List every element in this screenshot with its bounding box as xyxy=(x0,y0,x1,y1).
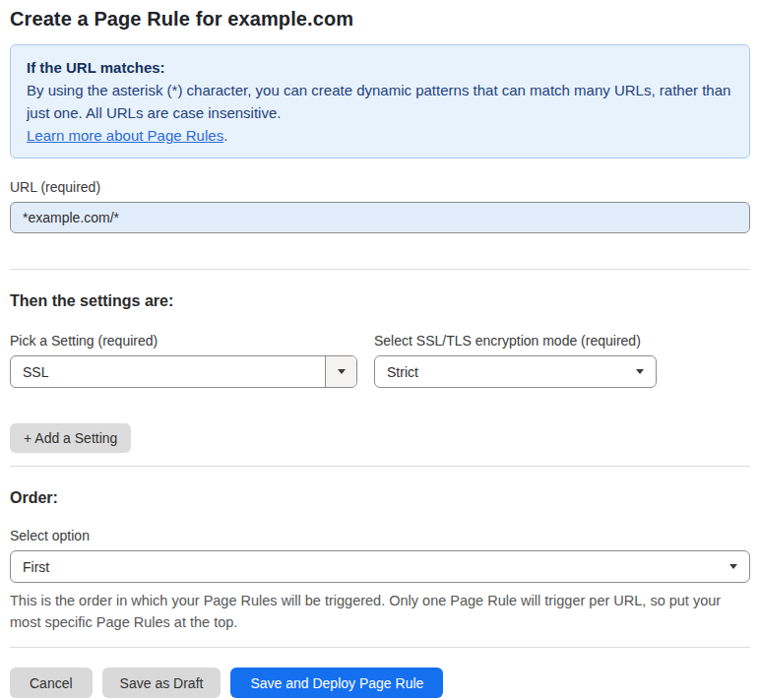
order-select-value: First xyxy=(23,559,49,575)
save-draft-button[interactable]: Save as Draft xyxy=(102,668,222,698)
order-select-row: First xyxy=(10,550,750,583)
order-section-heading: Order: xyxy=(10,489,750,507)
pick-setting-label: Pick a Setting (required) xyxy=(10,333,357,349)
info-box-link-line: Learn more about Page Rules. xyxy=(27,124,733,147)
learn-more-link[interactable]: Learn more about Page Rules xyxy=(27,127,223,144)
settings-section-heading: Then the settings are: xyxy=(10,292,750,310)
add-setting-button[interactable]: + Add a Setting xyxy=(10,423,131,453)
chevron-down-icon xyxy=(729,564,737,569)
pick-setting-select[interactable]: SSL xyxy=(10,355,357,388)
url-match-info-box: If the URL matches: By using the asteris… xyxy=(10,44,750,159)
url-input[interactable] xyxy=(10,202,750,233)
divider xyxy=(10,647,750,648)
chevron-down-icon xyxy=(636,369,644,374)
chevron-down-icon xyxy=(338,369,346,374)
info-box-heading: If the URL matches: xyxy=(27,56,733,79)
encryption-mode-value: Strict xyxy=(387,364,418,380)
pick-setting-value: SSL xyxy=(11,356,325,387)
order-select[interactable]: First xyxy=(10,550,750,583)
link-period: . xyxy=(223,127,227,144)
divider xyxy=(10,466,750,467)
setting-select-labels: Pick a Setting (required) Select SSL/TLS… xyxy=(10,333,750,349)
url-field-label: URL (required) xyxy=(10,179,750,195)
save-deploy-button[interactable]: Save and Deploy Page Rule xyxy=(230,668,443,698)
cancel-button[interactable]: Cancel xyxy=(10,668,93,698)
divider xyxy=(10,269,750,270)
page-title: Create a Page Rule for example.com xyxy=(10,8,750,31)
order-select-label: Select option xyxy=(10,528,750,543)
info-box-body: By using the asterisk (*) character, you… xyxy=(27,79,733,124)
footer-actions: Cancel Save as Draft Save and Deploy Pag… xyxy=(10,668,750,698)
encryption-mode-label: Select SSL/TLS encryption mode (required… xyxy=(374,333,657,349)
order-help-text: This is the order in which your Page Rul… xyxy=(10,590,743,633)
encryption-mode-select[interactable]: Strict xyxy=(374,355,657,388)
create-page-rule-form: Create a Page Rule for example.com If th… xyxy=(0,0,760,698)
dropdown-arrow-button[interactable] xyxy=(325,356,356,387)
setting-selects-row: SSL Strict xyxy=(10,355,750,388)
